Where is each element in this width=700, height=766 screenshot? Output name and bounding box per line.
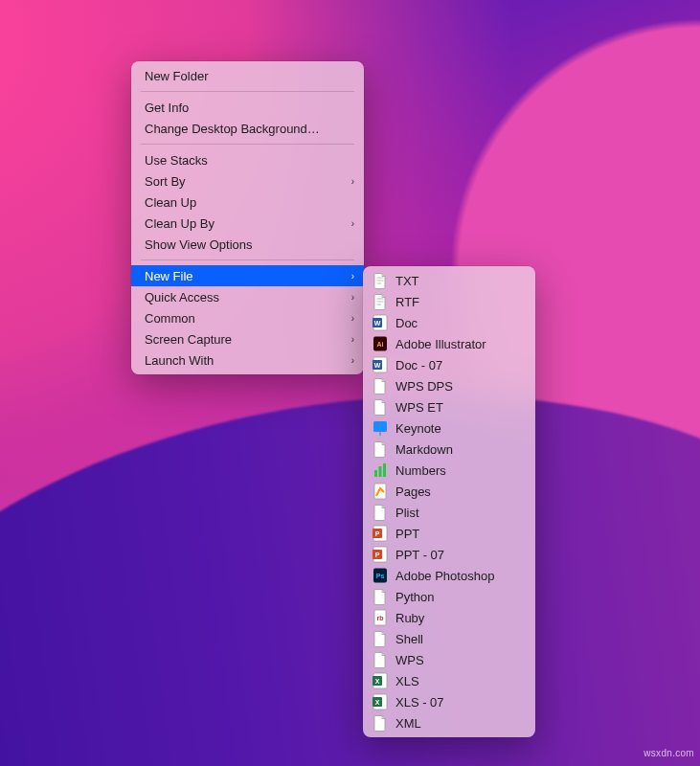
submenu-item-shell[interactable]: Shell [363, 628, 535, 649]
menu-item-label: Get Info [145, 101, 189, 115]
submenu-item-rtf[interactable]: RTF [363, 291, 535, 312]
submenu-item-txt[interactable]: TXT [363, 270, 535, 291]
svg-rect-18 [383, 463, 386, 477]
txt-file-icon [373, 272, 388, 289]
svg-rect-17 [379, 466, 382, 477]
svg-text:Ai: Ai [377, 341, 384, 348]
menu-item-label: Use Stacks [145, 153, 208, 168]
menu-item-sort-by[interactable]: Sort By› [131, 170, 364, 192]
submenu-item-xls[interactable]: XXLS [363, 670, 535, 691]
submenu-item-label: Ruby [395, 611, 424, 625]
submenu-item-label: Adobe Illustrator [395, 337, 486, 351]
ai-file-icon: Ai [373, 335, 388, 352]
svg-rect-15 [379, 432, 380, 436]
submenu-item-label: Plist [395, 506, 419, 520]
svg-rect-14 [373, 421, 387, 432]
menu-item-label: Clean Up [145, 195, 196, 210]
submenu-item-markdown[interactable]: Markdown [363, 439, 535, 460]
submenu-item-label: Markdown [395, 442, 453, 457]
blank-file-icon [373, 630, 388, 647]
submenu-item-wps-dps[interactable]: WPS DPS [363, 375, 535, 396]
ppt-file-icon: P [373, 525, 388, 542]
new-file-submenu: TXTRTFWDocAiAdobe IllustratorWDoc - 07WP… [363, 266, 535, 737]
menu-item-label: Change Desktop Background… [145, 122, 320, 136]
rtf-file-icon [373, 293, 388, 310]
submenu-item-python[interactable]: Python [363, 586, 535, 607]
ps-file-icon: Ps [373, 567, 388, 584]
submenu-item-label: Shell [395, 632, 423, 646]
watermark: wsxdn.com [644, 748, 694, 758]
menu-item-label: Launch With [145, 353, 214, 368]
menu-item-label: New File [145, 269, 193, 283]
ppt-file-icon: P [373, 546, 388, 563]
blank-file-icon [373, 588, 388, 605]
submenu-item-label: WPS ET [395, 400, 443, 415]
keynote-file-icon [373, 419, 388, 437]
submenu-item-wps-et[interactable]: WPS ET [363, 396, 535, 417]
submenu-item-plist[interactable]: Plist [363, 502, 535, 523]
chevron-right-icon: › [351, 271, 354, 282]
menu-item-show-view-options[interactable]: Show View Options [131, 234, 364, 255]
menu-item-get-info[interactable]: Get Info [131, 97, 364, 118]
svg-text:rb: rb [377, 615, 384, 621]
menu-item-quick-access[interactable]: Quick Access› [131, 286, 364, 307]
svg-text:P: P [375, 530, 380, 537]
submenu-item-label: WPS DPS [395, 379, 453, 394]
submenu-item-keynote[interactable]: Keynote [363, 417, 535, 439]
blank-file-icon [373, 651, 388, 668]
menu-item-label: Clean Up By [145, 216, 215, 231]
chevron-right-icon: › [351, 218, 354, 229]
menu-item-use-stacks[interactable]: Use Stacks [131, 149, 364, 170]
menu-item-screen-capture[interactable]: Screen Capture› [131, 328, 364, 349]
menu-item-common[interactable]: Common› [131, 307, 364, 328]
submenu-item-ppt[interactable]: PPPT [363, 523, 535, 544]
submenu-item-numbers[interactable]: Numbers [363, 460, 535, 481]
blank-file-icon [373, 440, 388, 458]
chevron-right-icon: › [351, 176, 354, 187]
chevron-right-icon: › [351, 313, 354, 324]
pages-file-icon [373, 483, 388, 500]
blank-file-icon [373, 714, 388, 732]
submenu-item-wps[interactable]: WPS [363, 649, 535, 670]
xls-file-icon: X [373, 693, 388, 710]
submenu-item-label: Python [395, 590, 434, 604]
menu-item-label: Quick Access [145, 290, 219, 304]
submenu-item-doc[interactable]: WDoc [363, 312, 535, 333]
submenu-item-label: PPT - 07 [395, 548, 444, 562]
blank-file-icon [373, 377, 388, 394]
submenu-item-ppt-07[interactable]: PPPT - 07 [363, 544, 535, 565]
blank-file-icon [373, 398, 388, 416]
chevron-right-icon: › [351, 334, 354, 345]
submenu-item-ruby[interactable]: rbRuby [363, 607, 535, 628]
svg-text:Ps: Ps [376, 573, 385, 579]
menu-item-clean-up[interactable]: Clean Up [131, 192, 364, 213]
chevron-right-icon: › [351, 292, 354, 303]
submenu-item-adobe-photoshop[interactable]: PsAdobe Photoshop [363, 565, 535, 586]
submenu-item-label: Doc [395, 316, 418, 330]
menu-item-change-desktop-background[interactable]: Change Desktop Background… [131, 118, 364, 139]
context-menu: New FolderGet InfoChange Desktop Backgro… [131, 61, 364, 374]
submenu-item-doc-07[interactable]: WDoc - 07 [363, 354, 535, 375]
submenu-item-label: XLS - 07 [395, 695, 444, 710]
word-file-icon: W [373, 314, 388, 331]
submenu-item-pages[interactable]: Pages [363, 481, 535, 502]
svg-text:W: W [374, 320, 381, 327]
submenu-item-xml[interactable]: XML [363, 712, 535, 733]
menu-item-label: New Folder [145, 69, 208, 83]
menu-item-label: Common [145, 311, 195, 326]
svg-text:P: P [375, 552, 380, 558]
menu-item-label: Show View Options [145, 237, 253, 252]
menu-item-new-file[interactable]: New File› [131, 265, 364, 286]
menu-item-new-folder[interactable]: New Folder [131, 65, 364, 86]
submenu-item-label: Numbers [395, 463, 446, 478]
chevron-right-icon: › [351, 355, 354, 366]
menu-item-launch-with[interactable]: Launch With› [131, 349, 364, 371]
menu-item-clean-up-by[interactable]: Clean Up By› [131, 213, 364, 234]
submenu-item-adobe-illustrator[interactable]: AiAdobe Illustrator [363, 333, 535, 354]
submenu-item-label: Keynote [395, 421, 441, 436]
blank-file-icon [373, 504, 388, 521]
submenu-item-xls-07[interactable]: XXLS - 07 [363, 691, 535, 712]
submenu-item-label: Pages [395, 484, 431, 499]
numbers-file-icon [373, 462, 388, 479]
svg-text:X: X [375, 678, 380, 685]
